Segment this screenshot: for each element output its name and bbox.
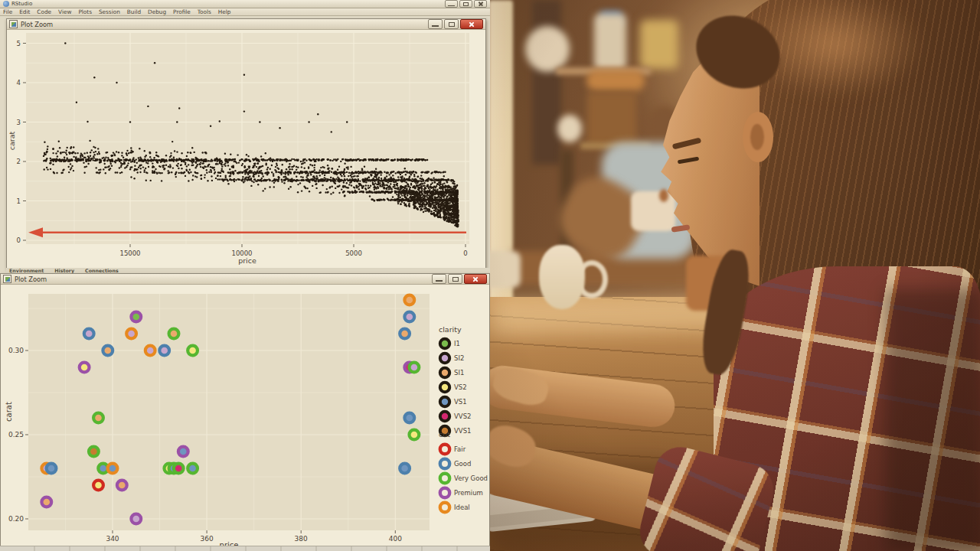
menu-item-edit[interactable]: Edit: [19, 8, 30, 16]
close-button[interactable]: [474, 0, 487, 8]
plot-icon: [9, 20, 18, 28]
svg-text:Very Good: Very Good: [454, 474, 488, 482]
svg-text:400: 400: [389, 535, 402, 543]
svg-text:SI1: SI1: [454, 369, 464, 377]
restore-button[interactable]: [448, 274, 462, 284]
plot-zoom-2-title: Plot Zoom: [15, 276, 47, 283]
menu-bar: FileEditCodeViewPlotsSessionBuildDebugPr…: [0, 8, 490, 16]
svg-text:carat: carat: [8, 131, 16, 150]
restore-button[interactable]: [459, 0, 472, 8]
restore-button[interactable]: [444, 19, 459, 29]
rstudio-window: RStudio FileEditCodeViewPlotsSessionBuil…: [0, 0, 490, 551]
close-button[interactable]: [460, 19, 483, 29]
plot-zoom-1-title: Plot Zoom: [21, 21, 53, 28]
menu-item-build[interactable]: Build: [127, 8, 141, 16]
scatter-plot-clarity-cut: 0.200.250.30340360380400pricecaratclarit…: [1, 285, 489, 551]
menu-item-view[interactable]: View: [58, 8, 71, 16]
svg-text:carat: carat: [5, 402, 13, 422]
menu-item-help[interactable]: Help: [218, 8, 231, 16]
svg-text:VS1: VS1: [454, 398, 467, 406]
svg-text:380: 380: [295, 535, 308, 543]
svg-text:Fair: Fair: [454, 445, 466, 453]
svg-text:0.30: 0.30: [8, 347, 24, 354]
menu-item-profile[interactable]: Profile: [173, 8, 191, 16]
menu-item-tools[interactable]: Tools: [198, 8, 211, 16]
svg-text:cut: cut: [439, 430, 450, 439]
menu-item-plots[interactable]: Plots: [78, 8, 92, 16]
plot-zoom-window-1: Plot Zoom 012345150001000050000pricecara…: [6, 18, 486, 269]
rstudio-logo-icon: [3, 1, 9, 7]
menu-item-debug[interactable]: Debug: [148, 8, 166, 16]
plot-icon: [3, 275, 11, 283]
svg-text:I1: I1: [454, 340, 460, 347]
svg-text:0.20: 0.20: [8, 515, 24, 523]
svg-text:5000: 5000: [345, 249, 362, 257]
svg-text:Ideal: Ideal: [454, 504, 470, 511]
cafe-photo: [490, 0, 980, 551]
photo-sepia-vignette: [490, 0, 980, 551]
rstudio-titlebar: RStudio: [0, 0, 490, 8]
svg-text:5: 5: [17, 40, 21, 47]
screenshot-root: RStudio FileEditCodeViewPlotsSessionBuil…: [0, 0, 980, 551]
rstudio-title: RStudio: [11, 1, 32, 7]
svg-text:0: 0: [463, 249, 467, 257]
minimize-button[interactable]: [445, 0, 458, 8]
svg-text:0.25: 0.25: [8, 431, 24, 439]
svg-text:VS2: VS2: [454, 383, 467, 391]
menu-item-code[interactable]: Code: [37, 8, 51, 16]
svg-text:Good: Good: [454, 460, 471, 468]
minimize-button[interactable]: [428, 19, 443, 29]
scatter-plot-carat-vs-price-reversed: 012345150001000050000pricecarat: [7, 30, 485, 269]
svg-text:clarity: clarity: [439, 325, 462, 334]
bottom-strip: [0, 546, 490, 551]
svg-text:3: 3: [17, 119, 21, 126]
svg-text:2: 2: [17, 158, 21, 165]
svg-text:VVS1: VVS1: [454, 427, 471, 435]
svg-text:price: price: [238, 256, 256, 265]
svg-text:0: 0: [17, 236, 21, 244]
svg-text:Premium: Premium: [454, 489, 483, 497]
svg-text:360: 360: [201, 535, 214, 543]
svg-text:VVS2: VVS2: [454, 412, 471, 420]
svg-text:4: 4: [17, 79, 21, 86]
menu-item-file[interactable]: File: [3, 8, 12, 16]
svg-text:1: 1: [17, 197, 21, 205]
menu-item-session[interactable]: Session: [99, 8, 120, 16]
svg-text:340: 340: [106, 535, 119, 543]
plot-zoom-1-titlebar[interactable]: Plot Zoom: [7, 19, 485, 30]
plot-zoom-window-2: Plot Zoom 0.200.250.30340360380400pricec…: [0, 273, 490, 551]
svg-text:SI2: SI2: [454, 354, 464, 362]
plot-zoom-2-titlebar[interactable]: Plot Zoom: [1, 274, 489, 285]
close-button[interactable]: [464, 274, 487, 284]
svg-text:15000: 15000: [119, 249, 140, 257]
minimize-button[interactable]: [432, 274, 446, 284]
